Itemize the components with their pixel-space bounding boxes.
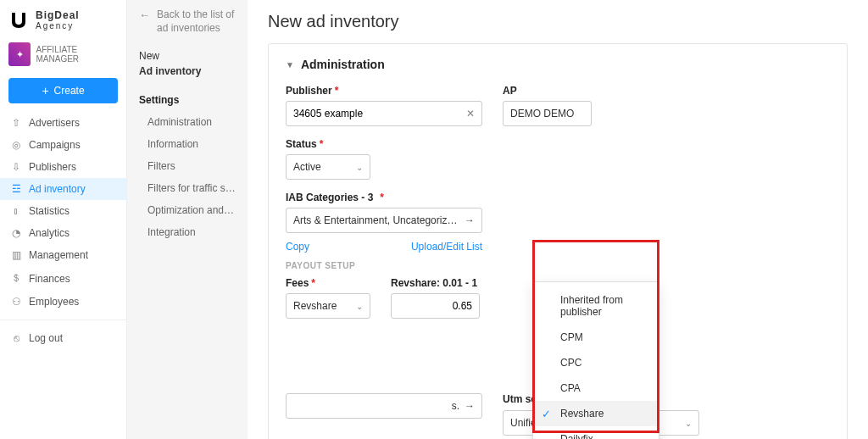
- copy-link[interactable]: Copy: [286, 241, 309, 253]
- sub-nav: ← Back to the list of ad inventories New…: [127, 0, 248, 439]
- nav-advertisers[interactable]: ⇧Advertisers: [0, 112, 126, 134]
- upload-edit-link[interactable]: Upload/Edit List: [411, 241, 482, 253]
- download-icon: ⇩: [10, 161, 22, 173]
- nav-publishers[interactable]: ⇩Publishers: [0, 156, 126, 178]
- subnav-integration[interactable]: Integration: [139, 221, 236, 243]
- revshare-input-text[interactable]: [398, 300, 472, 312]
- people-icon: ⚇: [10, 296, 22, 308]
- publisher-input[interactable]: ✕: [286, 101, 482, 126]
- brand-logo-icon: [8, 10, 29, 31]
- fee-option-cpm[interactable]: CPM: [533, 325, 659, 350]
- nav-ad-inventory[interactable]: ☲Ad inventory: [0, 178, 126, 200]
- upload-icon: ⇧: [10, 117, 22, 129]
- nav-logout[interactable]: ⎋Log out: [0, 327, 126, 349]
- fees-label: Fees*: [286, 277, 370, 289]
- panel-heading[interactable]: ▼ Administration: [286, 58, 830, 71]
- main-content: New ad inventory ▼ Administration Publis…: [248, 0, 868, 439]
- grid-icon: ▥: [10, 249, 22, 261]
- nav-statistics[interactable]: ⫾Statistics: [0, 200, 126, 222]
- revshare-input[interactable]: [391, 293, 480, 319]
- revshare-label: Revshare: 0.01 - 1: [391, 277, 480, 289]
- nav-management[interactable]: ▥Management: [0, 244, 126, 266]
- chevron-down-icon: ⌄: [685, 419, 692, 428]
- subnav-information[interactable]: Information: [139, 133, 236, 155]
- arrow-right-icon: →: [465, 214, 475, 226]
- subnav-new-label: New: [139, 50, 236, 62]
- clear-icon[interactable]: ✕: [466, 108, 475, 119]
- arrow-right-icon: →: [465, 400, 475, 412]
- chevron-down-icon: ⌄: [356, 163, 363, 172]
- primary-nav: ⇧Advertisers ◎Campaigns ⇩Publishers ☲Ad …: [0, 112, 126, 439]
- fee-option-inherited[interactable]: Inherited from publisher: [533, 287, 659, 325]
- page-title: New ad inventory: [268, 12, 848, 31]
- subnav-filters[interactable]: Filters: [139, 155, 236, 177]
- list-icon: ☲: [10, 183, 22, 195]
- ap-input[interactable]: DEMO DEMO: [503, 101, 592, 126]
- nav-finances[interactable]: ＄Finances: [0, 266, 126, 291]
- main-sidebar: BigDeal Agency ✦ AFFILIATE MANAGER Creat…: [0, 0, 127, 439]
- subnav-administration[interactable]: Administration: [139, 111, 236, 133]
- subnav-current: Ad inventory: [139, 65, 236, 77]
- iab-label: IAB Categories - 3*: [286, 192, 482, 203]
- status-label: Status*: [286, 138, 370, 150]
- fees-dropdown: Inherited from publisher CPM CPC CPA Rev…: [532, 281, 659, 439]
- source-select[interactable]: s. →: [286, 393, 482, 419]
- publisher-input-text[interactable]: [293, 108, 461, 119]
- nav-campaigns[interactable]: ◎Campaigns: [0, 134, 126, 156]
- fee-option-revshare[interactable]: Revshare: [533, 401, 659, 426]
- fee-option-cpa[interactable]: CPA: [533, 375, 659, 401]
- status-select[interactable]: Active ⌄: [286, 154, 370, 180]
- nav-analytics[interactable]: ◔Analytics: [0, 222, 126, 244]
- target-icon: ◎: [10, 139, 22, 151]
- dollar-icon: ＄: [10, 271, 22, 286]
- iab-select[interactable]: Arts & Entertainment, Uncategorized, Por…: [286, 208, 482, 233]
- create-button[interactable]: Create: [8, 78, 118, 103]
- user-role-block: ✦ AFFILIATE MANAGER: [0, 37, 126, 75]
- fees-select[interactable]: Revshare ⌄: [286, 293, 370, 319]
- subnav-filters-traffic[interactable]: Filters for traffic sour...: [139, 177, 236, 199]
- subnav-settings-heading[interactable]: Settings: [139, 89, 236, 111]
- avatar: ✦: [8, 42, 31, 66]
- ap-label: AP: [503, 85, 592, 97]
- chevron-down-icon: ⌄: [356, 302, 363, 311]
- fee-option-cpc[interactable]: CPC: [533, 350, 659, 375]
- nav-employees[interactable]: ⚇Employees: [0, 291, 126, 313]
- bars-icon: ⫾: [10, 205, 22, 217]
- arrow-left-icon: ←: [139, 8, 150, 21]
- brand-logo: BigDeal Agency: [0, 0, 126, 37]
- publisher-label: Publisher*: [286, 85, 482, 97]
- subnav-optimization[interactable]: Optimization and rules: [139, 199, 236, 221]
- brand-sub: Agency: [36, 21, 80, 31]
- collapse-icon: ▼: [286, 60, 294, 69]
- back-link[interactable]: ← Back to the list of ad inventories: [139, 8, 236, 35]
- pie-icon: ◔: [10, 227, 22, 239]
- brand-name: BigDeal: [36, 9, 80, 21]
- role-label: AFFILIATE MANAGER: [36, 45, 118, 64]
- logout-icon: ⎋: [10, 332, 22, 344]
- fee-option-dailyfix[interactable]: Dailyfix: [533, 426, 659, 439]
- payout-section-label: PAYOUT SETUP: [286, 261, 830, 270]
